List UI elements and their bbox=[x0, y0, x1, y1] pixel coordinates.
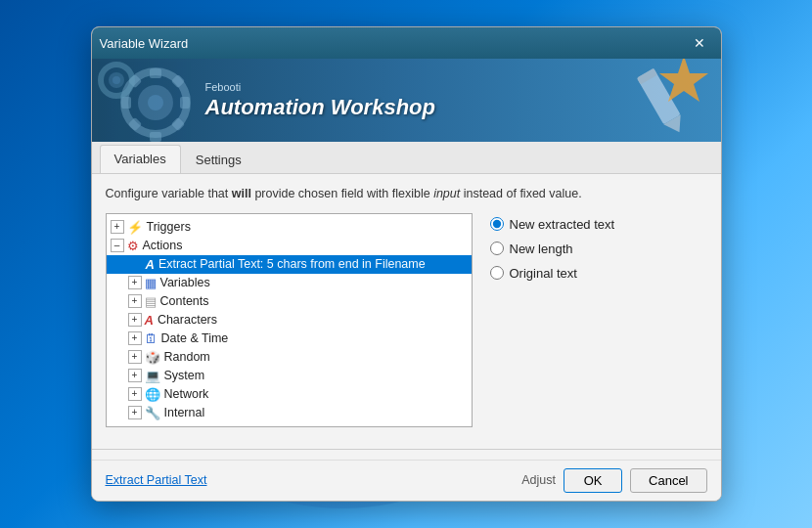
tree-label-datetime: Date & Time bbox=[161, 331, 229, 345]
header-title: Automation Workshop bbox=[205, 95, 435, 120]
expand-actions[interactable]: – bbox=[111, 239, 124, 252]
radio-label-original-text: Original text bbox=[510, 266, 577, 281]
desc-pre: Configure variable that bbox=[106, 187, 232, 200]
variables-icon: ▦ bbox=[145, 276, 157, 290]
tree-item-random[interactable]: + 🎲 Random bbox=[107, 348, 472, 367]
expand-internal[interactable]: + bbox=[128, 406, 142, 419]
tree-item-characters[interactable]: + A Characters bbox=[107, 311, 472, 330]
star-decoration bbox=[657, 59, 711, 108]
svg-rect-5 bbox=[121, 97, 131, 109]
tree-label-triggers: Triggers bbox=[147, 220, 191, 234]
expand-variables[interactable]: + bbox=[128, 276, 142, 289]
tree-label-internal: Internal bbox=[164, 406, 205, 419]
tree-label-actions: Actions bbox=[143, 239, 183, 252]
tree-item-triggers[interactable]: + ⚡ Triggers bbox=[107, 218, 472, 237]
ok-button[interactable]: OK bbox=[564, 468, 622, 493]
network-icon: 🌐 bbox=[145, 387, 160, 402]
expand-triggers[interactable]: + bbox=[111, 220, 124, 234]
svg-point-2 bbox=[148, 95, 163, 110]
radio-panel: New extracted text New length Original t… bbox=[482, 213, 707, 427]
radio-new-length[interactable] bbox=[490, 242, 504, 255]
header-subtitle: Febooti bbox=[205, 81, 435, 93]
tree-label-network: Network bbox=[164, 387, 209, 401]
expand-datetime[interactable]: + bbox=[128, 331, 142, 345]
actions-icon: ⚙ bbox=[127, 239, 139, 253]
tree-label-extract: Extract Partial Text: 5 chars from end i… bbox=[158, 257, 426, 271]
expand-contents[interactable]: + bbox=[128, 294, 142, 308]
svg-rect-6 bbox=[180, 97, 190, 109]
tree-panel[interactable]: + ⚡ Triggers – ⚙ Actions A bbox=[106, 213, 473, 427]
tree-label-variables: Variables bbox=[160, 276, 210, 289]
title-bar: Variable Wizard ✕ bbox=[92, 27, 721, 59]
expand-characters[interactable]: + bbox=[128, 313, 142, 327]
description-text: Configure variable that will provide cho… bbox=[106, 186, 707, 203]
tree-item-datetime[interactable]: + 🗓 Date & Time bbox=[107, 330, 472, 348]
expand-system[interactable]: + bbox=[128, 369, 142, 382]
tab-settings[interactable]: Settings bbox=[181, 146, 256, 173]
desc-post: instead of fixed value. bbox=[460, 187, 581, 200]
svg-rect-4 bbox=[150, 132, 161, 142]
desc-bold: will bbox=[232, 187, 251, 200]
extract-icon: A bbox=[146, 257, 155, 272]
tree-label-system: System bbox=[164, 369, 205, 382]
header-title-area: Febooti Automation Workshop bbox=[205, 81, 435, 120]
tree-item-network[interactable]: + 🌐 Network bbox=[107, 385, 472, 404]
dialog-title: Variable Wizard bbox=[100, 36, 686, 51]
radio-new-extracted[interactable] bbox=[490, 217, 504, 231]
tree-item-variables[interactable]: + ▦ Variables bbox=[107, 274, 472, 292]
cancel-button[interactable]: Cancel bbox=[630, 468, 706, 493]
tree-item-contents[interactable]: + ▤ Contents bbox=[107, 292, 472, 311]
radio-option-new-length[interactable]: New length bbox=[490, 242, 699, 256]
close-button[interactable]: ✕ bbox=[686, 33, 713, 53]
random-icon: 🎲 bbox=[145, 350, 160, 365]
tree-label-contents: Contents bbox=[160, 294, 209, 308]
footer-divider bbox=[92, 449, 721, 450]
radio-label-new-length: New length bbox=[510, 242, 573, 256]
radio-label-new-extracted: New extracted text bbox=[510, 217, 615, 232]
contents-icon: ▤ bbox=[145, 294, 157, 309]
adjust-label: Adjust bbox=[521, 473, 556, 487]
tab-variables[interactable]: Variables bbox=[100, 145, 181, 173]
characters-icon: A bbox=[145, 313, 154, 328]
datetime-icon: 🗓 bbox=[145, 331, 158, 346]
radio-original-text[interactable] bbox=[490, 266, 504, 280]
svg-rect-3 bbox=[150, 68, 161, 78]
svg-point-13 bbox=[113, 76, 120, 84]
radio-option-new-extracted[interactable]: New extracted text bbox=[490, 217, 699, 232]
header-banner: Febooti Automation Workshop bbox=[92, 59, 721, 142]
tree-item-actions[interactable]: – ⚙ Actions bbox=[107, 237, 472, 255]
dialog-window: Variable Wizard ✕ bbox=[91, 26, 722, 502]
desc-italic: input bbox=[433, 187, 460, 200]
radio-option-original-text[interactable]: Original text bbox=[490, 266, 699, 281]
desc-mid: provide chosen field with flexible bbox=[251, 187, 433, 200]
system-icon: 💻 bbox=[145, 369, 160, 383]
tree-label-characters: Characters bbox=[158, 313, 217, 327]
footer: Extract Partial Text Adjust OK Cancel bbox=[92, 460, 721, 501]
expand-random[interactable]: + bbox=[128, 350, 142, 364]
tree-item-extract[interactable]: A Extract Partial Text: 5 chars from end… bbox=[107, 255, 472, 274]
tree-item-internal[interactable]: + 🔧 Internal bbox=[107, 404, 472, 422]
svg-marker-17 bbox=[659, 59, 708, 102]
main-content: Configure variable that will provide cho… bbox=[92, 174, 721, 439]
tree-label-random: Random bbox=[164, 350, 210, 364]
footer-right: Adjust OK Cancel bbox=[521, 468, 706, 493]
internal-icon: 🔧 bbox=[145, 406, 160, 420]
expand-network[interactable]: + bbox=[128, 387, 142, 401]
desktop: Variable Wizard ✕ bbox=[0, 0, 812, 528]
footer-link[interactable]: Extract Partial Text bbox=[106, 473, 522, 487]
tree-item-system[interactable]: + 💻 System bbox=[107, 367, 472, 385]
two-column-layout: + ⚡ Triggers – ⚙ Actions A bbox=[106, 213, 707, 427]
tab-bar: Variables Settings bbox=[92, 142, 721, 174]
lightning-icon: ⚡ bbox=[127, 220, 143, 235]
